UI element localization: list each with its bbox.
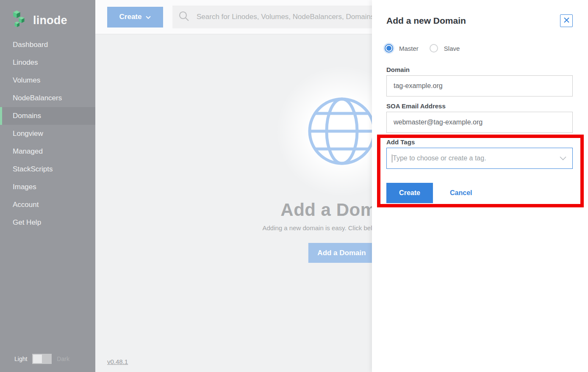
theme-toggle-knob [33, 355, 42, 363]
sidebar: linode Dashboard Linodes Volumes NodeBal… [0, 0, 95, 372]
drawer-actions: Create Cancel [386, 183, 472, 203]
radio-slave[interactable]: Slave [430, 44, 460, 52]
sidebar-item-dashboard[interactable]: Dashboard [0, 36, 95, 54]
create-button[interactable]: Create [107, 7, 163, 28]
soa-email-input[interactable] [386, 112, 573, 133]
sidebar-item-volumes[interactable]: Volumes [0, 72, 95, 89]
version-link[interactable]: v0.48.1 [107, 358, 128, 365]
theme-toggle-row: Light Dark [0, 346, 95, 372]
sidebar-item-linodes[interactable]: Linodes [0, 54, 95, 72]
linode-logo[interactable]: linode [0, 0, 95, 33]
sidebar-item-nodebalancers[interactable]: NodeBalancers [0, 89, 95, 107]
domain-field-label: Domain [386, 66, 573, 73]
sidebar-item-domains[interactable]: Domains [0, 107, 95, 125]
close-icon [563, 17, 570, 25]
create-button-label: Create [119, 13, 142, 21]
sidebar-item-images[interactable]: Images [0, 178, 95, 196]
radio-master[interactable]: Master [385, 44, 419, 52]
close-button[interactable] [560, 14, 573, 27]
theme-dark-label: Dark [57, 355, 69, 362]
add-tags-field-group: Add Tags Type to choose or create a tag. [386, 138, 573, 169]
chevron-down-icon[interactable] [560, 154, 566, 162]
logo-wordmark: linode [33, 14, 67, 27]
linode-logo-icon [11, 10, 28, 31]
sidebar-item-managed[interactable]: Managed [0, 143, 95, 160]
domain-input[interactable] [386, 75, 573, 96]
add-tags-placeholder: Type to choose or create a tag. [393, 154, 560, 162]
domain-field-group: Domain [386, 66, 573, 96]
add-a-domain-button[interactable]: Add a Domain [308, 243, 375, 263]
cancel-button[interactable]: Cancel [450, 189, 472, 197]
sidebar-item-account[interactable]: Account [0, 196, 95, 214]
soa-email-field-label: SOA Email Address [386, 102, 573, 110]
search-icon [178, 11, 190, 24]
sidebar-item-get-help[interactable]: Get Help [0, 214, 95, 231]
radio-master-label: Master [399, 45, 419, 52]
sidebar-item-longview[interactable]: Longview [0, 125, 95, 143]
domain-type-radio-group: Master Slave [385, 44, 460, 52]
add-tags-field-label: Add Tags [386, 138, 573, 146]
chevron-down-icon [146, 13, 151, 21]
theme-light-label: Light [14, 355, 27, 362]
text-cursor [392, 154, 392, 163]
radio-selected-icon[interactable] [385, 44, 393, 52]
radio-unselected-icon[interactable] [430, 44, 438, 52]
sidebar-nav: Dashboard Linodes Volumes NodeBalancers … [0, 36, 95, 231]
drawer-create-button[interactable]: Create [386, 183, 433, 203]
radio-slave-label: Slave [444, 45, 460, 52]
drawer-title: Add a new Domain [386, 16, 466, 26]
theme-toggle-switch[interactable] [32, 354, 52, 364]
soa-email-field-group: SOA Email Address [386, 102, 573, 133]
add-domain-drawer: Add a new Domain Master Slave Domain SOA… [372, 0, 588, 372]
sidebar-item-stackscripts[interactable]: StackScripts [0, 160, 95, 178]
globe-icon [306, 96, 377, 168]
add-tags-input[interactable]: Type to choose or create a tag. [386, 148, 573, 169]
